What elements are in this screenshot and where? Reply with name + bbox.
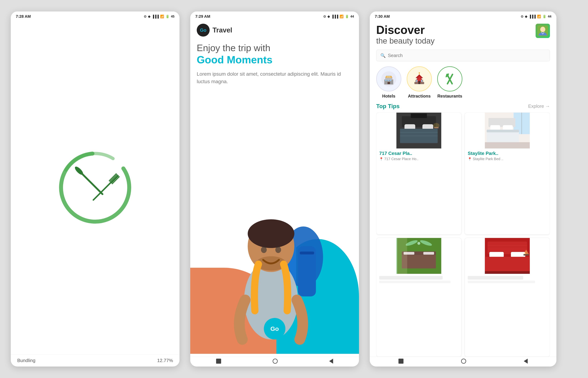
battery-level-2: 44 — [350, 15, 354, 18]
attractions-icon — [407, 66, 432, 92]
card-sub-2: 📍 Staylite Park Bed .. — [468, 157, 547, 161]
data-saver-icon-3: ◈ — [525, 14, 527, 18]
hotel-card-2[interactable]: Staylite Park.. 📍 Staylite Park Bed .. — [465, 112, 550, 235]
categories-row: HOTEL Hotels — [376, 66, 550, 99]
signal-icon-3: ▐▐▐ — [529, 15, 536, 18]
wifi-icon-2: 📶 — [340, 14, 344, 18]
card-body-4 — [465, 274, 550, 286]
svg-rect-67 — [487, 130, 519, 132]
svg-rect-85 — [485, 257, 530, 271]
wifi-icon: 📶 — [160, 14, 164, 18]
status-icons-3: ⊙ ◈ ▐▐▐ 📶 🔋 44 — [521, 14, 551, 18]
bundling-label: Bundling — [17, 358, 35, 363]
card-body-1: 717 Cesar Pla.. 📍 717 Cesar Place Ho.. — [376, 148, 461, 163]
hotel-photo-1 — [376, 113, 461, 148]
svg-rect-31 — [388, 82, 390, 84]
hotels-icon: HOTEL — [376, 66, 401, 92]
card-body-3 — [376, 274, 461, 286]
location-icon-2: ⊙ — [323, 14, 326, 18]
nav-bar-2 — [190, 357, 359, 366]
travel-title: Travel — [212, 26, 232, 34]
battery-level: 45 — [171, 15, 174, 18]
progress-label: 12.77% — [157, 358, 173, 363]
svg-rect-87 — [524, 254, 529, 256]
discover-line2: the beauty today — [376, 36, 434, 46]
data-saver-icon: ◈ — [148, 14, 150, 18]
phone-3-discovery: 7:30 AM ⊙ ◈ ▐▐▐ 📶 🔋 44 Discover the beau… — [370, 12, 556, 366]
restaurants-icon — [437, 66, 462, 92]
nav-square-3[interactable] — [398, 359, 404, 364]
svg-rect-83 — [490, 252, 504, 257]
user-avatar[interactable] — [536, 24, 550, 38]
location-icon-3: ⊙ — [521, 14, 523, 18]
nav-back-2[interactable] — [329, 359, 333, 364]
nav-home-2[interactable] — [273, 359, 278, 364]
svg-rect-84 — [511, 252, 525, 257]
svg-rect-41 — [418, 81, 420, 84]
svg-rect-68 — [485, 142, 530, 148]
time-2: 7:29 AM — [195, 14, 210, 19]
phone-1-splash: 7:28 AM ⊙ ◈ ▐▐▐ 📶 🔋 45 — [11, 12, 180, 366]
splash-bottom: Bundling 12.77% — [11, 354, 180, 366]
hotels-label: Hotels — [382, 94, 395, 99]
hotel-photo-3 — [376, 238, 461, 274]
card-title-3 — [379, 276, 443, 280]
wifi-icon-3: 📶 — [537, 14, 541, 18]
logo-svg — [54, 146, 136, 229]
svg-rect-29 — [388, 80, 389, 81]
svg-point-17 — [261, 247, 267, 253]
nav-back-3[interactable] — [524, 359, 528, 364]
svg-point-3 — [74, 165, 84, 176]
top-tips-label: Top Tips — [376, 103, 400, 109]
svg-point-21 — [540, 27, 545, 32]
discovery-content: Discover the beauty today 🔍 — [370, 21, 556, 357]
category-attractions[interactable]: Attractions — [407, 66, 432, 99]
svg-rect-77 — [396, 238, 407, 274]
status-bar-3: 7:30 AM ⊙ ◈ ▐▐▐ 📶 🔋 44 — [370, 12, 556, 21]
location-icon: ⊙ — [144, 14, 146, 18]
nav-bar-3 — [370, 357, 556, 366]
card-body-2: Staylite Park.. 📍 Staylite Park Bed .. — [465, 148, 550, 163]
hotel-card-3[interactable] — [376, 238, 462, 357]
svg-rect-86 — [485, 271, 530, 274]
card-sub-1: 📍 717 Cesar Place Ho.. — [379, 157, 458, 161]
svg-rect-28 — [385, 80, 387, 81]
explore-link[interactable]: Explore → — [528, 104, 550, 109]
nav-square-2[interactable] — [216, 359, 221, 364]
svg-rect-42 — [416, 80, 418, 82]
status-icons-2: ⊙ ◈ ▐▐▐ 📶 🔋 44 — [323, 14, 354, 18]
svg-rect-64 — [490, 125, 500, 130]
signal-icon-2: ▐▐▐ — [331, 15, 338, 18]
tagline: Enjoy the trip with Good Moments — [190, 37, 359, 66]
svg-point-59 — [433, 123, 440, 128]
data-saver-icon-2: ◈ — [327, 14, 330, 18]
svg-text:HOTEL: HOTEL — [387, 76, 391, 78]
top-tips-row: Top Tips Explore → — [376, 103, 550, 109]
hotel-photo-2 — [465, 113, 550, 148]
onboarding-header: Go Travel — [190, 21, 359, 37]
battery-icon-2: 🔋 — [345, 14, 349, 18]
go-button[interactable]: Go — [264, 318, 285, 339]
card-sub-4 — [468, 281, 535, 283]
restaurants-label: Restaurants — [437, 94, 462, 99]
time-1: 7:28 AM — [16, 14, 31, 19]
category-hotels[interactable]: HOTEL Hotels — [376, 66, 401, 99]
tagline-line2: Good Moments — [197, 54, 352, 66]
search-bar[interactable]: 🔍 — [376, 50, 550, 61]
discover-title: Discover the beauty today — [376, 24, 434, 46]
hotel-card-1[interactable]: 717 Cesar Pla.. 📍 717 Cesar Place Ho.. — [376, 112, 462, 235]
card-title-4 — [468, 276, 523, 280]
nav-home-3[interactable] — [461, 359, 466, 364]
discover-line1: Discover — [376, 24, 434, 36]
time-3: 7:30 AM — [375, 14, 390, 19]
signal-icon: ▐▐▐ — [152, 15, 159, 18]
hotel-photo-4 — [465, 238, 550, 274]
search-input[interactable] — [388, 53, 546, 58]
category-restaurants[interactable]: Restaurants — [437, 66, 462, 99]
svg-point-70 — [418, 242, 420, 245]
hotel-card-4[interactable] — [465, 238, 550, 357]
avatar-svg — [537, 26, 548, 36]
svg-rect-76 — [423, 252, 434, 255]
app-logo — [54, 146, 136, 229]
status-bar-1: 7:28 AM ⊙ ◈ ▐▐▐ 📶 🔋 45 — [11, 12, 180, 21]
